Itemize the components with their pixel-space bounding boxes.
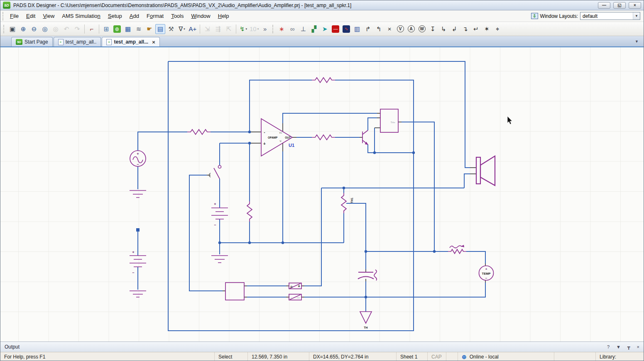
differential-probe-icon[interactable]: ↴ <box>460 24 470 34</box>
window-layouts-select[interactable]: default ▼ <box>580 12 640 20</box>
zoom-in-icon[interactable]: ⊕ <box>18 24 28 34</box>
restore-button[interactable]: ◱ <box>613 2 626 9</box>
zoom-mode-icon[interactable]: ◎ <box>40 24 50 34</box>
menu-edit[interactable]: Edit <box>22 11 39 21</box>
output-panel-header[interactable]: Output ?▼┳× <box>0 341 644 352</box>
add-probe-icon[interactable]: ↱ <box>363 24 373 34</box>
help-icon[interactable]: ? <box>607 344 610 349</box>
pads-viewer-icon[interactable]: ◍ <box>112 24 122 34</box>
menu-window[interactable]: Window <box>187 11 214 21</box>
ac-source[interactable]: + − <box>130 151 146 166</box>
wattmeter-icon[interactable]: W <box>417 24 427 34</box>
thermal-model-box[interactable]: TH+ <box>380 109 398 132</box>
selection-filter-icon[interactable]: ∇▾ <box>177 24 187 34</box>
fit-view-icon[interactable]: ▣ <box>7 24 17 34</box>
menu-view[interactable]: View <box>39 11 58 21</box>
box-th-pin-label: TH+ <box>390 121 395 124</box>
tab-start-page[interactable]: 5DStart Page <box>11 37 53 46</box>
speaker[interactable] <box>476 156 495 185</box>
capacitor-polarized[interactable] <box>358 270 377 281</box>
menu-format[interactable]: Format <box>143 11 167 21</box>
ground-symbol-ac[interactable] <box>130 190 146 198</box>
find-text-icon[interactable]: A+ <box>188 24 198 34</box>
close-button[interactable]: × <box>629 2 641 9</box>
resistor-input[interactable] <box>187 129 211 134</box>
pin-icon[interactable]: ┳ <box>627 344 630 350</box>
bridge-d2a[interactable]: D A <box>289 283 301 289</box>
simulation-wizard-icon[interactable]: ∗ <box>277 24 286 34</box>
chevron-down-icon[interactable]: ▼ <box>633 12 640 20</box>
toolbar-overflow-icon[interactable]: » <box>260 24 270 34</box>
tab-label: test_amp_all.. <box>66 39 97 45</box>
bridge-a2th[interactable]: A TH <box>289 294 301 300</box>
stimulus-block[interactable] <box>225 283 244 300</box>
voltmeter-icon[interactable]: V <box>395 24 405 34</box>
title-bar: 5D PADS DX Designer - C:\Users\mjensen\D… <box>0 0 644 10</box>
net-highlight-icon[interactable]: ↯▾ <box>238 24 248 34</box>
temp-source[interactable]: + TEMP − <box>479 266 494 281</box>
opamp-name-label: OPAMP <box>268 136 278 139</box>
status-sheet[interactable]: Sheet 1 <box>396 352 427 361</box>
tab-test-amp-all[interactable]: ≡test_amp_all...× <box>102 37 159 46</box>
minimize-button[interactable]: — <box>598 2 610 9</box>
toolbar-grip[interactable] <box>272 25 274 33</box>
signal-view-icon[interactable]: ≋ <box>134 24 144 34</box>
close-icon[interactable]: × <box>637 344 639 349</box>
board-viewer-icon[interactable]: ▦ <box>123 24 133 34</box>
ground-symbol-aux[interactable] <box>130 291 146 297</box>
ground-symbol-main[interactable] <box>211 256 228 263</box>
close-icon[interactable]: × <box>152 39 155 45</box>
delete-probes-icon[interactable]: × <box>384 24 394 34</box>
ground-reference-icon[interactable]: ↧ <box>428 24 438 34</box>
orthogonal-route-icon[interactable]: ⌐ <box>87 24 97 34</box>
thermal-port-th[interactable]: TH <box>360 312 372 329</box>
edit-properties-icon[interactable]: ☛ <box>144 24 154 34</box>
menu-grip[interactable] <box>2 12 4 20</box>
reference-probe-icon[interactable]: ↵ <box>471 24 481 34</box>
chevron-down-icon[interactable]: ▾ <box>184 27 185 31</box>
status-mode: Select <box>214 352 247 361</box>
transistor-npn[interactable] <box>362 130 368 145</box>
bridge-d2a-right-label: A <box>298 285 300 288</box>
menu-file[interactable]: File <box>6 11 22 21</box>
menu-help[interactable]: Help <box>214 11 233 21</box>
chevron-down-icon[interactable]: ▾ <box>246 27 247 31</box>
ammeter-icon[interactable]: A <box>406 24 416 34</box>
chevron-down-icon[interactable]: ▾ <box>257 27 259 31</box>
tab-list-dropdown-icon[interactable]: ▼ <box>630 39 644 44</box>
spark-probe-icon[interactable]: ✶ <box>482 24 492 34</box>
resistor-gain[interactable] <box>247 201 252 222</box>
opamp-u1[interactable]: - + OPAMP OUT V+ V- U1 <box>261 119 294 156</box>
status-online[interactable]: ⊕ Online - local <box>458 352 554 361</box>
tab-test-amp-all[interactable]: ≡test_amp_all.. <box>54 37 101 46</box>
menu-ams-simulation[interactable]: AMS Simulation <box>58 11 104 21</box>
document-list-icon[interactable]: ▤ <box>155 24 165 34</box>
view-spice-icon[interactable]: ∞ <box>287 24 297 34</box>
toolbar-grip[interactable] <box>3 25 5 33</box>
model-mapping-icon[interactable]: ▞ <box>309 24 319 34</box>
window-layouts-label: Window Layouts: <box>540 13 578 19</box>
chevron-down-icon[interactable]: ▼ <box>616 344 621 349</box>
menu-setup[interactable]: Setup <box>104 11 126 21</box>
current-probe-icon[interactable]: ↲ <box>449 24 459 34</box>
probe-setup-icon[interactable]: ⊥ <box>298 24 308 34</box>
hierarchy-navigator-icon[interactable]: ⊞ <box>101 24 111 34</box>
add-probe-pair-icon[interactable]: ↰ <box>374 24 384 34</box>
menu-add[interactable]: Add <box>126 11 143 21</box>
resistor-output[interactable] <box>312 135 335 140</box>
tools-options-icon[interactable]: ⚒ <box>166 24 176 34</box>
stop-simulation-icon[interactable]: — <box>331 24 340 34</box>
wires[interactable] <box>138 61 485 331</box>
simulation-results-icon[interactable]: ▥ <box>352 24 362 34</box>
run-simulation-icon[interactable]: ➤ <box>320 24 330 34</box>
zoom-out-icon[interactable]: ⊖ <box>29 24 39 34</box>
find-component-icon[interactable]: ⌖ <box>492 24 502 34</box>
oscilloscope-icon[interactable]: ∿ <box>341 24 351 34</box>
voltage-probe-icon[interactable]: ↳ <box>438 24 448 34</box>
thermal-resistor[interactable] <box>448 245 466 254</box>
resistor-feedback-top[interactable] <box>312 78 335 83</box>
schematic-canvas[interactable]: + − - + OPAMP OUT <box>0 47 644 341</box>
menu-tools[interactable]: Tools <box>167 11 187 21</box>
schematic-doc-icon: ≡ <box>58 39 64 45</box>
switch[interactable] <box>209 166 221 179</box>
